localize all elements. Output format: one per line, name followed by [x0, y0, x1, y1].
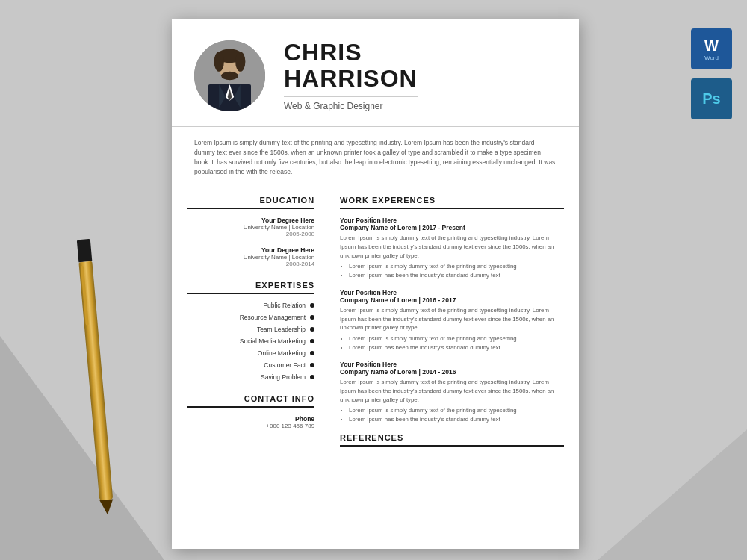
position-3: Your Position Here — [340, 361, 564, 368]
resume-header: CHRIS HARRISON Web & Graphic Designer — [172, 19, 579, 127]
references-title: REFERENCES — [340, 433, 564, 447]
contact-phone: Phone +000 123 456 789 — [187, 415, 314, 429]
name-section: CHRIS HARRISON Web & Graphic Designer — [284, 40, 418, 111]
job-desc-1: Lorem Ipsum is simply dummy text of the … — [340, 234, 564, 260]
right-column: WORK EXPERENCES Your Position Here Compa… — [326, 184, 579, 549]
expertise-7: Saving Problem — [187, 373, 314, 381]
svg-point-4 — [235, 52, 245, 72]
avatar-image — [194, 40, 265, 111]
contact-section: CONTACT INFO Phone +000 123 456 789 — [187, 394, 314, 429]
name-line1: CHRIS — [284, 39, 362, 66]
resume-body: EDUCATION Your Degree Here University Na… — [172, 184, 579, 549]
word-app-icon[interactable]: W Word — [691, 28, 732, 69]
references-section: REFERENCES — [340, 433, 564, 447]
job-desc-3: Lorem Ipsum is simply dummy text of the … — [340, 378, 564, 404]
bullet-dot — [310, 363, 314, 367]
bullet-dot — [310, 327, 314, 332]
company-2: Company Name of Lorem | 2016 - 2017 — [340, 296, 564, 304]
candidate-name: CHRIS HARRISON — [284, 40, 418, 92]
education-item-1: Your Degree Here University Name | Locat… — [187, 217, 314, 237]
phone-value: +000 123 456 789 — [187, 423, 314, 429]
bg-shape-right — [598, 373, 747, 560]
job-bullets-2: Lorem Ipsum is simply dummy text of the … — [349, 335, 564, 352]
bullet-dot — [310, 315, 314, 320]
contact-title: CONTACT INFO — [187, 394, 314, 408]
expertises-title: EXPERTISES — [187, 281, 314, 294]
bullet-1-1: Lorem Ipsum is simply dummy text of the … — [349, 262, 564, 271]
bullet-dot — [310, 339, 314, 343]
photoshop-app-icon[interactable]: Ps — [691, 78, 732, 119]
expertise-3: Team Leadership — [187, 326, 314, 333]
school-1: University Name | Location — [187, 224, 314, 231]
bullet-dot — [310, 375, 314, 379]
summary-section: Lorem Ipsum is simply dummy text of the … — [172, 127, 579, 184]
bg-shape-left — [0, 336, 164, 560]
work-experience-section: WORK EXPERENCES Your Position Here Compa… — [340, 196, 564, 423]
svg-point-5 — [221, 71, 238, 79]
years-1: 2005-2008 — [187, 231, 314, 237]
expertise-1: Public Relation — [187, 302, 314, 309]
summary-text: Lorem Ipsum is simply dummy text of the … — [194, 138, 557, 176]
resume-document: CHRIS HARRISON Web & Graphic Designer Lo… — [172, 19, 579, 549]
position-1: Your Position Here — [340, 217, 564, 224]
work-experience-title: WORK EXPERENCES — [340, 196, 564, 209]
expertise-4: Social Media Marketing — [187, 337, 314, 345]
bullet-3-1: Lorem Ipsum is simply dummy text of the … — [349, 406, 564, 415]
years-2: 2008-2014 — [187, 261, 314, 267]
job-bullets-1: Lorem Ipsum is simply dummy text of the … — [349, 262, 564, 279]
name-line2: HARRISON — [284, 65, 418, 92]
job-desc-2: Lorem Ipsum is simply dummy text of the … — [340, 306, 564, 332]
education-title: EDUCATION — [187, 196, 314, 209]
education-section: EDUCATION Your Degree Here University Na… — [187, 196, 314, 267]
left-column: EDUCATION Your Degree Here University Na… — [172, 184, 326, 549]
expertise-2: Resource Management — [187, 314, 314, 321]
school-2: University Name | Location — [187, 254, 314, 261]
expertise-6: Customer Fact — [187, 361, 314, 369]
word-icon-subtitle: Word — [704, 55, 719, 61]
expertises-section: EXPERTISES Public Relation Resource Mana… — [187, 281, 314, 381]
job-item-1: Your Position Here Company Name of Lorem… — [340, 217, 564, 279]
word-icon-label: W — [704, 37, 719, 55]
education-item-2: Your Degree Here University Name | Locat… — [187, 246, 314, 267]
bullet-2-1: Lorem Ipsum is simply dummy text of the … — [349, 335, 564, 343]
position-2: Your Position Here — [340, 289, 564, 296]
avatar — [194, 40, 265, 111]
phone-label: Phone — [187, 415, 314, 423]
svg-point-3 — [214, 52, 224, 72]
degree-1: Your Degree Here — [187, 217, 314, 224]
job-title: Web & Graphic Designer — [284, 96, 418, 111]
job-item-3: Your Position Here Company Name of Lorem… — [340, 361, 564, 423]
job-item-2: Your Position Here Company Name of Lorem… — [340, 289, 564, 352]
ps-icon-label: Ps — [702, 90, 720, 108]
degree-2: Your Degree Here — [187, 246, 314, 254]
company-3: Company Name of Lorem | 2014 - 2016 — [340, 368, 564, 376]
bullet-dot — [310, 303, 314, 308]
job-bullets-3: Lorem Ipsum is simply dummy text of the … — [349, 406, 564, 423]
company-1: Company Name of Lorem | 2017 - Present — [340, 224, 564, 231]
bullet-2-2: Lorem Ipsum has been the industry's stan… — [349, 343, 564, 352]
expertise-5: Online Marketing — [187, 349, 314, 357]
bullet-dot — [310, 351, 314, 355]
bullet-3-2: Lorem Ipsum has been the industry's stan… — [349, 415, 564, 424]
bullet-1-2: Lorem Ipsum has been the industry's stan… — [349, 271, 564, 280]
